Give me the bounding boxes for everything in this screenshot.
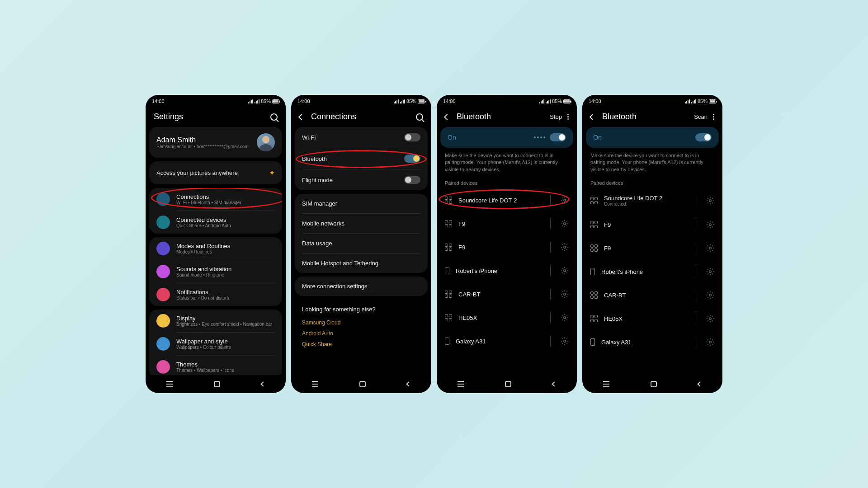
nav-back[interactable] bbox=[552, 381, 557, 386]
gear-icon[interactable] bbox=[561, 290, 569, 298]
search-icon[interactable] bbox=[416, 113, 423, 121]
nav-back[interactable] bbox=[698, 381, 703, 386]
device-row[interactable]: F9 bbox=[437, 212, 577, 235]
ic-wifi-icon bbox=[156, 192, 170, 206]
gear-icon[interactable] bbox=[561, 337, 569, 345]
device-row[interactable]: Soundcore Life DOT 2 bbox=[437, 188, 577, 212]
toggle-row-wi-fi[interactable]: Wi-Fi bbox=[295, 127, 428, 148]
device-row[interactable]: CAR-BT bbox=[582, 283, 722, 307]
toggle-row-flight-mode[interactable]: Flight mode bbox=[295, 169, 428, 190]
gear-icon[interactable] bbox=[561, 220, 569, 228]
device-row[interactable]: Soundcore Life DOT 2Connected. bbox=[582, 188, 722, 213]
nav-recent[interactable] bbox=[458, 381, 464, 387]
battery-icon bbox=[272, 99, 279, 103]
gear-icon[interactable] bbox=[706, 221, 714, 229]
svg-point-3 bbox=[564, 270, 566, 272]
settings-row-connections[interactable]: ConnectionsWi-Fi • Bluetooth • SIM manag… bbox=[149, 188, 282, 211]
svg-point-1 bbox=[564, 223, 566, 225]
device-row[interactable]: Robert's iPhone bbox=[582, 260, 722, 283]
gear-icon[interactable] bbox=[561, 196, 569, 204]
svg-point-10 bbox=[709, 271, 712, 273]
signal-icon bbox=[248, 99, 253, 103]
bluetooth-toggle[interactable] bbox=[550, 133, 566, 141]
gear-icon[interactable] bbox=[561, 243, 569, 251]
nav-back[interactable] bbox=[261, 381, 266, 386]
toggle-row-bluetooth[interactable]: Bluetooth bbox=[295, 148, 428, 169]
bluetooth-on-card[interactable]: On bbox=[440, 127, 573, 148]
grid-icon bbox=[590, 221, 598, 228]
link-samsung-cloud[interactable]: Samsung Cloud bbox=[302, 317, 420, 328]
conn-item-mobile-networks[interactable]: Mobile networks bbox=[295, 214, 428, 233]
battery-percent: 85% bbox=[552, 99, 562, 104]
more-icon[interactable] bbox=[567, 114, 569, 120]
row-title: Wallpaper and style bbox=[176, 338, 275, 345]
device-row[interactable]: Galaxy A31 bbox=[582, 330, 722, 354]
stop-button[interactable]: Stop bbox=[550, 113, 562, 120]
nav-home[interactable] bbox=[359, 381, 366, 387]
scan-button[interactable]: Scan bbox=[694, 113, 708, 120]
device-row[interactable]: F9 bbox=[582, 213, 722, 236]
device-row[interactable]: HE05X bbox=[582, 307, 722, 330]
gear-icon[interactable] bbox=[706, 338, 714, 346]
nav-home[interactable] bbox=[505, 381, 511, 387]
device-row[interactable]: HE05X bbox=[437, 306, 577, 329]
nav-back[interactable] bbox=[406, 381, 411, 386]
pictures-card[interactable]: Access your pictures anywhere ✦ bbox=[149, 161, 282, 184]
settings-row-wallpaper-and-style[interactable]: Wallpaper and styleWallpapers • Colour p… bbox=[149, 333, 282, 355]
bluetooth-toggle[interactable] bbox=[695, 133, 712, 141]
settings-row-connected-devices[interactable]: Connected devicesQuick Share • Android A… bbox=[149, 211, 282, 234]
row-title: Notifications bbox=[176, 289, 275, 296]
link-android-auto[interactable]: Android Auto bbox=[302, 328, 420, 339]
conn-item-sim-manager[interactable]: SIM manager bbox=[295, 194, 428, 213]
page-title: Bluetooth bbox=[602, 112, 637, 122]
device-row[interactable]: Galaxy A31 bbox=[437, 329, 577, 353]
nav-bar bbox=[582, 375, 722, 393]
signal-icon-2 bbox=[691, 99, 696, 103]
grid-icon bbox=[445, 314, 452, 321]
svg-point-0 bbox=[564, 199, 566, 202]
gear-icon[interactable] bbox=[706, 197, 714, 205]
settings-row-modes-and-routines[interactable]: Modes and RoutinesModes • Routines bbox=[149, 237, 282, 260]
toggle-switch[interactable] bbox=[404, 155, 420, 163]
conn-item-data-usage[interactable]: Data usage bbox=[295, 234, 428, 253]
search-icon[interactable] bbox=[270, 113, 278, 121]
device-row[interactable]: CAR-BT bbox=[437, 282, 577, 306]
device-name: CAR-BT bbox=[604, 292, 686, 299]
settings-row-notifications[interactable]: NotificationsStatus bar • Do not disturb bbox=[149, 283, 282, 306]
nav-recent[interactable] bbox=[603, 381, 609, 387]
profile-card[interactable]: Adam Smith Samsung account • hos********… bbox=[149, 127, 282, 158]
back-icon[interactable] bbox=[298, 113, 305, 120]
back-icon[interactable] bbox=[444, 113, 450, 120]
device-row[interactable]: F9 bbox=[582, 236, 722, 260]
conn-item-mobile-hotspot-and-tethering[interactable]: Mobile Hotspot and Tethering bbox=[295, 253, 428, 273]
link-quick-share[interactable]: Quick Share bbox=[302, 339, 420, 350]
toggle-switch[interactable] bbox=[404, 133, 420, 141]
nav-recent[interactable] bbox=[312, 381, 318, 387]
device-name: F9 bbox=[458, 221, 540, 227]
gear-icon[interactable] bbox=[706, 314, 714, 323]
signal-icon bbox=[539, 99, 544, 103]
toggle-switch[interactable] bbox=[404, 176, 420, 184]
device-name: CAR-BT bbox=[458, 291, 540, 298]
settings-row-display[interactable]: DisplayBrightness • Eye comfort shield •… bbox=[149, 310, 282, 332]
settings-row-sounds-and-vibration[interactable]: Sounds and vibrationSound mode • Rington… bbox=[149, 260, 282, 283]
nav-recent[interactable] bbox=[166, 381, 173, 387]
back-icon[interactable] bbox=[590, 113, 596, 120]
svg-point-12 bbox=[709, 318, 712, 320]
nav-home[interactable] bbox=[651, 381, 657, 387]
gear-icon[interactable] bbox=[706, 291, 714, 299]
more-connection-settings[interactable]: More connection settings bbox=[295, 277, 428, 296]
row-subtitle: Status bar • Do not disturb bbox=[176, 296, 275, 300]
gear-icon[interactable] bbox=[706, 267, 714, 276]
bluetooth-on-card[interactable]: On bbox=[586, 127, 719, 148]
gear-icon[interactable] bbox=[561, 314, 569, 322]
row-subtitle: Modes • Routines bbox=[176, 249, 275, 254]
row-title: Modes and Routines bbox=[176, 243, 275, 249]
settings-row-themes[interactable]: ThemesThemes • Wallpapers • Icons bbox=[149, 356, 282, 375]
nav-home[interactable] bbox=[214, 381, 220, 387]
more-icon[interactable] bbox=[713, 114, 714, 120]
gear-icon[interactable] bbox=[706, 244, 714, 252]
gear-icon[interactable] bbox=[561, 267, 569, 275]
device-row[interactable]: Robert's iPhone bbox=[437, 259, 577, 282]
device-row[interactable]: F9 bbox=[437, 235, 577, 259]
